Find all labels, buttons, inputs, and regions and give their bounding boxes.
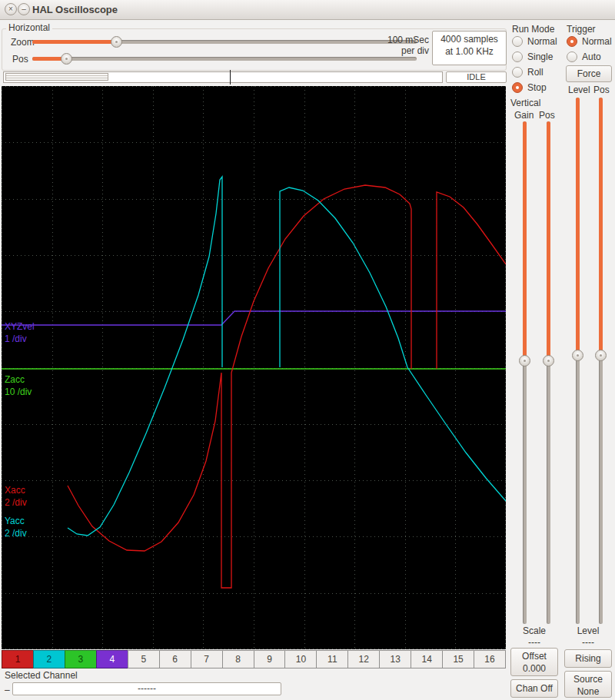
trace-scale: 2 /div	[5, 496, 27, 509]
trigger-pos-fill	[599, 98, 603, 356]
radio-icon[interactable]	[512, 82, 523, 93]
radio-roll[interactable]: Roll	[512, 65, 557, 80]
radio-icon[interactable]	[567, 51, 577, 62]
channel-button-14[interactable]: 14	[411, 650, 443, 668]
offset-line2: 0.000	[511, 662, 557, 675]
trigger-pos-slider[interactable]	[595, 98, 607, 624]
channel-button-4[interactable]: 4	[96, 650, 128, 668]
pos-slider-knob[interactable]	[61, 53, 72, 65]
scale-caption: Scale	[510, 625, 558, 636]
window-title: HAL Oscilloscope	[32, 0, 118, 19]
trigger-options: NormalAuto	[567, 34, 612, 65]
record-thumb[interactable]	[5, 73, 108, 81]
per-div-line2: per div	[360, 45, 429, 56]
offset-line1: Offset	[511, 650, 557, 662]
channel-button-1[interactable]: 1	[2, 650, 34, 668]
chan-off-button[interactable]: Chan Off	[510, 679, 558, 698]
trace-label-zacc: Zacc 10 /div	[5, 373, 32, 398]
horizontal-group-label: Horizontal	[6, 22, 52, 33]
rising-button[interactable]: Rising	[564, 649, 612, 668]
run-mode-label: Run Mode	[512, 24, 554, 35]
offset-button[interactable]: Offset 0.000	[510, 648, 558, 676]
zoom-slider[interactable]	[32, 36, 417, 48]
samples-box: 4000 samples at 1.00 KHz	[432, 31, 507, 65]
radio-icon[interactable]	[567, 36, 577, 47]
trigger-pos-knob[interactable]	[595, 350, 607, 361]
pos-slider[interactable]	[32, 53, 417, 65]
status-box: IDLE	[446, 71, 507, 83]
level-caption: Level	[564, 625, 612, 636]
radio-icon[interactable]	[512, 36, 523, 47]
trace-yacc	[280, 187, 506, 501]
trace-scale: 1 /div	[5, 333, 35, 345]
channel-button-13[interactable]: 13	[379, 650, 411, 668]
channel-button-3[interactable]: 3	[65, 650, 97, 668]
radio-normal[interactable]: Normal	[512, 34, 557, 49]
vertical-pos-knob[interactable]	[543, 355, 554, 367]
channel-button-8[interactable]: 8	[222, 650, 254, 668]
radio-icon[interactable]	[512, 67, 523, 78]
vertical-label: Vertical	[510, 98, 540, 108]
gain-slider-fill	[523, 121, 527, 361]
zoom-label: Zoom	[11, 37, 35, 48]
trace-xacc	[437, 192, 506, 369]
trigger-position-marker	[230, 70, 231, 85]
radio-auto[interactable]: Auto	[567, 49, 612, 65]
radio-label: Stop	[527, 82, 547, 93]
run-mode-options: NormalSingleRollStop	[512, 34, 557, 95]
trace-name: Xacc	[5, 484, 27, 496]
source-line2: None	[565, 685, 611, 698]
trace-scale: 2 /div	[5, 527, 27, 539]
channel-button-5[interactable]: 5	[128, 650, 160, 668]
channel-button-11[interactable]: 11	[316, 650, 348, 668]
record-position-bar[interactable]	[3, 71, 443, 83]
channel-button-6[interactable]: 6	[159, 650, 191, 668]
channel-button-row: 12345678910111213141516	[2, 650, 506, 668]
trigger-level-slider[interactable]	[572, 98, 583, 624]
gain-slider[interactable]	[519, 121, 530, 624]
level-value: ----	[564, 637, 612, 648]
gain-label: Gain	[514, 110, 534, 121]
gain-slider-knob[interactable]	[519, 355, 530, 367]
trigger-level-fill	[576, 98, 580, 356]
samples-line1: 4000 samples	[433, 33, 506, 45]
samples-line2: at 1.00 KHz	[433, 45, 506, 58]
status-text: IDLE	[467, 72, 485, 81]
minimize-icon[interactable]: –	[18, 3, 30, 15]
channel-dash: –	[5, 685, 10, 695]
channel-button-16[interactable]: 16	[474, 650, 506, 668]
radio-single[interactable]: Single	[512, 49, 557, 65]
channel-button-12[interactable]: 12	[347, 650, 380, 668]
pos-slider-track[interactable]	[32, 57, 417, 61]
trigger-level-knob[interactable]	[572, 350, 583, 361]
trigger-pos-label: Pos	[593, 85, 610, 95]
scope-plot: XYZvel 1 /div Zacc 10 /div Xacc 2 /div Y…	[2, 86, 506, 649]
vertical-pos-slider[interactable]	[543, 121, 554, 624]
per-div-text: 100 mSec per div	[360, 35, 429, 56]
trace-label-xyzvel: XYZvel 1 /div	[5, 320, 35, 345]
trace-scale: 10 /div	[5, 386, 32, 398]
channel-button-7[interactable]: 7	[191, 650, 223, 668]
channel-button-2[interactable]: 2	[33, 650, 65, 668]
selected-channel-label: Selected Channel	[5, 670, 78, 681]
zoom-slider-knob[interactable]	[111, 36, 122, 48]
radio-normal[interactable]: Normal	[567, 34, 612, 49]
radio-stop[interactable]: Stop	[512, 80, 557, 95]
radio-icon[interactable]	[512, 51, 523, 62]
selected-channel-entry[interactable]: ------	[12, 682, 281, 695]
radio-label: Normal	[582, 36, 612, 47]
force-button[interactable]: Force	[566, 65, 612, 82]
close-icon[interactable]: ×	[5, 3, 17, 15]
channel-button-10[interactable]: 10	[284, 650, 317, 668]
trigger-level-label: Level	[568, 85, 590, 95]
source-button[interactable]: Source None	[564, 671, 612, 698]
channel-button-9[interactable]: 9	[254, 650, 286, 668]
trace-xacc	[68, 185, 411, 588]
scope-canvas	[2, 86, 506, 649]
radio-label: Auto	[582, 51, 601, 62]
zoom-slider-fill	[32, 40, 117, 44]
channel-button-15[interactable]: 15	[442, 650, 474, 668]
trace-label-xacc: Xacc 2 /div	[5, 484, 27, 509]
trace-name: XYZvel	[5, 320, 35, 333]
trace-name: Yacc	[5, 515, 27, 527]
